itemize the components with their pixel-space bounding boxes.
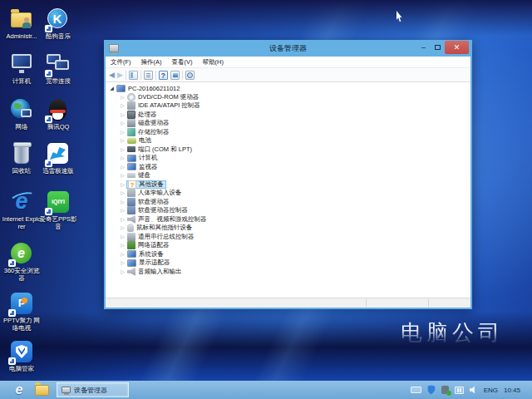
expand-icon[interactable]: ▷ [119,111,126,119]
expand-icon[interactable]: ▷ [119,268,126,276]
taskbar-file-explorer-icon[interactable] [35,385,49,396]
language-indicator[interactable]: ENG [484,387,498,394]
expand-icon[interactable]: ▷ [119,136,126,145]
expand-icon[interactable]: ▷ [119,241,126,249]
touch-keyboard-icon[interactable] [411,387,421,393]
taskbar-ie-icon[interactable]: e [12,382,27,397]
desktop-icon-pc-manager[interactable]: 电脑管家 [2,339,42,373]
expand-icon[interactable]: ▷ [119,215,126,224]
expand-icon[interactable]: ▷ [119,145,126,154]
desktop-icon-internet-explorer[interactable]: eInternet Explorer [2,190,42,230]
properties-icon[interactable] [144,71,153,80]
expand-icon[interactable]: ▷ [119,171,126,180]
desktop-icon-computer[interactable]: 计算机 [2,52,42,86]
collapse-icon[interactable]: ◢ [108,84,116,92]
expand-icon[interactable]: ▷ [119,259,126,267]
volume-icon[interactable] [470,386,478,394]
expand-icon[interactable]: ▷ [119,206,126,214]
tree-item-label: 鼠标和其他指针设备 [136,224,193,232]
desktop-icon-recycle-bin[interactable]: 回收站 [2,141,42,175]
help-icon[interactable] [159,71,168,80]
scan-icon[interactable] [185,71,195,80]
expand-icon[interactable]: ▷ [119,101,126,110]
expand-icon[interactable]: ▷ [119,180,126,189]
tree-item-keyboard[interactable]: ▷键盘 [106,171,470,180]
expand-icon[interactable]: ▷ [119,250,126,259]
mouse-cursor [397,11,404,22]
expand-icon[interactable]: ▷ [119,233,126,241]
expand-icon[interactable]: ▷ [119,189,126,197]
tree-item-ports[interactable]: ▷端口 (COM 和 LPT) [106,145,470,155]
desktop-icon-administrator-folder[interactable]: Administr... [2,7,42,41]
expand-icon[interactable]: ▷ [119,154,126,162]
tree-item-dvd[interactable]: ▷DVD/CD-ROM 驱动器 [106,93,470,102]
mouse-device-icon [127,224,134,232]
usb-safe-remove-icon[interactable] [441,386,449,394]
tree-item-computer[interactable]: ▷计算机 [106,154,470,163]
tree-item-other[interactable]: ▷其他设备 [106,180,470,190]
desktop-icon-xunlei[interactable]: 迅雷极速版 [38,141,78,175]
device-manager-task-icon [62,387,71,393]
system-device-icon [127,250,136,258]
tree-item-root[interactable]: ◢PC-201606211012 [106,84,470,93]
tree-item-hid[interactable]: ▷人体学输入设备 [106,189,470,198]
tree-item-mouse[interactable]: ▷鼠标和其他指针设备 [106,224,470,233]
tree-item-storage[interactable]: ▷存储控制器 [106,128,470,137]
desktop-icon-pptv[interactable]: PPPTV聚力 网络电视 [2,291,42,332]
desktop-icon-label: 电脑管家 [2,366,42,373]
tree-item-battery[interactable]: ▷电池 [106,136,470,145]
tree-item-disk[interactable]: ▷磁盘驱动器 [106,119,470,128]
computer-device-icon [127,155,136,162]
tree-item-net[interactable]: ▷网络适配器 [106,241,470,250]
security-shield-icon[interactable] [427,385,436,395]
expand-icon[interactable]: ▷ [119,224,126,232]
tree-item-system[interactable]: ▷系统设备 [106,250,470,259]
back-icon[interactable]: ◀ [109,71,115,79]
maximize-button[interactable] [431,41,445,54]
selected-tree-item[interactable]: 其他设备 [126,180,166,190]
tree-item-processor[interactable]: ▷处理器 [106,111,470,120]
desktop-icon-tencent-qq[interactable]: 腾讯QQ [38,97,78,131]
expand-icon[interactable]: ▷ [119,128,126,136]
expand-icon[interactable]: ▷ [119,119,126,127]
tree-item-usb[interactable]: ▷通用串行总线控制器 [106,233,470,242]
tree-item-label: 通用串行总线控制器 [138,233,195,241]
menu-item[interactable]: 查看(V) [167,58,198,66]
tree-item-display[interactable]: ▷显示适配器 [106,259,470,268]
statusbar-separator [428,299,429,307]
tencent-qq-icon [46,97,71,122]
tree-item-monitor[interactable]: ▷监视器 [106,163,470,172]
expand-icon[interactable]: ▷ [119,93,126,101]
tree-item-audio[interactable]: ▷音频输入和输出 [106,268,470,277]
forward-icon[interactable]: ▶ [117,71,123,79]
menu-item[interactable]: 帮助(H) [198,58,229,66]
taskbar-device-manager-button[interactable]: 设备管理器 [57,382,129,397]
desktop-icon-iqiyi-pps[interactable]: iQIYI爱奇艺PPS影音 [38,190,78,230]
clock[interactable]: 10:45 [504,387,520,394]
expand-icon[interactable]: ▷ [119,163,126,171]
desktop-icon-broadband-connection[interactable]: 宽带连接 [38,52,78,86]
tree-item-ide[interactable]: ▷IDE ATA/ATAPI 控制器 [106,101,470,111]
caption-buttons: – ✕ [416,41,469,54]
usb-device-icon [127,233,135,241]
desktop-icon-kugou-music[interactable]: K酷狗音乐 [38,7,78,41]
tree-item-floppyc[interactable]: ▷软盘驱动器控制器 [106,206,470,215]
desktop-icon-network[interactable]: 网络 [2,97,42,131]
device-list-icon[interactable] [170,71,180,80]
ports-device-icon [127,146,135,152]
shortcut-arrow-icon [45,160,52,167]
menu-item[interactable]: 操作(A) [136,58,167,66]
tree-item-sound[interactable]: ▷声音、视频和游戏控制器 [106,215,470,224]
network-icon[interactable] [455,387,464,394]
menu-item[interactable]: 文件(F) [106,58,136,66]
tree-item-floppy[interactable]: ▷软盘驱动器 [106,198,470,207]
minimize-button[interactable]: – [416,41,431,54]
expand-icon[interactable]: ▷ [119,198,126,206]
desktop-icon-360-browser[interactable]: e360安全浏览器 [2,241,42,282]
network-icon [9,97,34,122]
console-tree-icon[interactable] [129,71,138,80]
window-titlebar[interactable]: 设备管理器 – ✕ [106,40,470,57]
close-button[interactable]: ✕ [445,41,469,54]
tree-item-label: 软盘驱动器控制器 [138,206,188,214]
tree-item-label: 声音、视频和游戏控制器 [138,215,207,224]
